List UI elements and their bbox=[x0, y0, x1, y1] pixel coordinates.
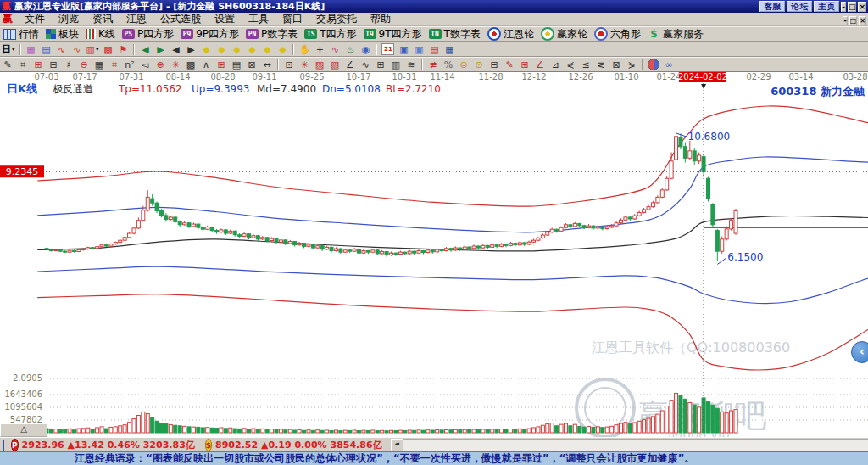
percent-tool-icon[interactable]: % bbox=[441, 59, 456, 71]
angle-up-icon[interactable]: ∧ bbox=[198, 59, 214, 71]
menu-设置[interactable]: 设置 bbox=[208, 12, 242, 26]
fan-tool-icon[interactable]: ⊿ bbox=[548, 59, 563, 71]
period-day-dropdown[interactable]: 日▾ bbox=[0, 43, 17, 56]
gann-diamond-3-button[interactable]: ◆ bbox=[229, 43, 244, 56]
quicklink-主页[interactable]: 主页 bbox=[814, 1, 839, 12]
kline-button[interactable]: K线 bbox=[82, 27, 119, 41]
grid-tool-3-icon[interactable]: ⊟ bbox=[46, 59, 61, 71]
gann-box-icon[interactable]: ⊞ bbox=[517, 59, 532, 71]
chart-area[interactable]: 江恩工具软件（QQ:100800360赢家聊吧liaoba.vip2.09051… bbox=[0, 71, 868, 438]
info-panel-icon[interactable]: ▤ bbox=[39, 43, 54, 56]
kline-chart[interactable]: 江恩工具软件（QQ:100800360赢家聊吧liaoba.vip2.09051… bbox=[0, 72, 868, 438]
flag-icon[interactable]: ⚑ bbox=[115, 43, 131, 56]
minus-box-icon[interactable]: ⊟ bbox=[487, 59, 502, 71]
wave-tool-button[interactable]: ♨ bbox=[342, 43, 358, 56]
gann-diamond-6-button[interactable]: ◆ bbox=[275, 43, 290, 56]
lines-tool-icon[interactable]: ≋ bbox=[403, 59, 419, 71]
menu-交易委托[interactable]: 交易委托 bbox=[309, 12, 364, 26]
gann-wheel-button[interactable]: 江恩轮 bbox=[484, 27, 537, 41]
t-square-button[interactable]: TST四方形 bbox=[301, 27, 359, 41]
star-tool-icon[interactable]: ✳ bbox=[168, 59, 183, 71]
stock-code-name-label[interactable]: 600318 新力金融 bbox=[771, 85, 865, 98]
menu-公式选股[interactable]: 公式选股 bbox=[153, 12, 208, 26]
t-number-table-button[interactable]: TNT数字表 bbox=[426, 27, 484, 41]
collapse-panel-button[interactable]: ‹ bbox=[851, 341, 868, 363]
scrollbar-track[interactable] bbox=[403, 439, 868, 451]
restore-button[interactable]: □ bbox=[848, 2, 857, 12]
quicklink-客服[interactable]: 客服 bbox=[760, 1, 785, 12]
monitor-2-button[interactable]: ▣ bbox=[411, 43, 426, 56]
menu-帮助[interactable]: 帮助 bbox=[364, 12, 398, 26]
mdi-restore-button[interactable]: □ bbox=[849, 16, 858, 25]
calendar-21-button[interactable]: 21 bbox=[380, 43, 396, 56]
circle-tool-icon[interactable]: ⊖ bbox=[76, 59, 92, 71]
p-square-button[interactable]: PSP四方形 bbox=[119, 27, 177, 41]
t9-square-button[interactable]: T99T四方形 bbox=[360, 27, 426, 41]
infinity-icon[interactable]: ∞ bbox=[661, 59, 676, 71]
trend-large-icon[interactable]: ∿ bbox=[70, 43, 85, 56]
angle-tool-icon[interactable]: ∠ bbox=[342, 59, 358, 71]
minimize-button[interactable]: - bbox=[841, 2, 846, 12]
dense-grid-icon[interactable]: ▦ bbox=[92, 59, 107, 71]
p-number-table-button[interactable]: PNP数字表 bbox=[242, 27, 301, 41]
cart-button[interactable]: ▦ bbox=[442, 43, 457, 56]
close-button[interactable]: × bbox=[858, 2, 866, 12]
first-bar-button[interactable]: ◀ bbox=[137, 43, 153, 56]
menu-窗口[interactable]: 窗口 bbox=[275, 12, 309, 26]
menu-资讯[interactable]: 资讯 bbox=[86, 12, 120, 26]
hand-tool-button[interactable]: ✋ bbox=[297, 43, 312, 56]
board-button[interactable]: ▤ bbox=[426, 43, 442, 56]
yinyang-icon[interactable] bbox=[646, 59, 661, 71]
chart-scrollbar[interactable]: ◄ ► bbox=[391, 440, 868, 451]
plus-circle-icon[interactable]: ⊕ bbox=[153, 59, 168, 71]
square-grid-icon[interactable]: ⊞ bbox=[214, 59, 229, 71]
rays-tool-icon[interactable]: ✳ bbox=[297, 59, 312, 71]
panel-grid-icon[interactable]: ▤ bbox=[229, 59, 244, 71]
levels-tool-icon[interactable]: ≢ bbox=[426, 59, 441, 71]
grid-tool-1-icon[interactable]: ⌗ bbox=[15, 59, 31, 71]
gann-diamond-4-button[interactable]: ◆ bbox=[244, 43, 259, 56]
monitor-1-button[interactable]: ▣ bbox=[396, 43, 411, 56]
winner-service-button[interactable]: $赢家服务 bbox=[644, 27, 707, 41]
target-tool-button[interactable]: ◉ bbox=[358, 43, 373, 56]
pen-tool-icon[interactable]: ✎ bbox=[0, 59, 15, 71]
slope4-tool-icon[interactable]: ⋟ bbox=[624, 59, 639, 71]
crosshair-tool-button[interactable]: + bbox=[312, 43, 327, 56]
gold-circle-icon[interactable]: ⊙ bbox=[471, 59, 487, 71]
expand-pane-button[interactable]: △ bbox=[0, 423, 47, 437]
grid-tool-2-icon[interactable]: ⊞ bbox=[31, 59, 46, 71]
market-grid-icon[interactable] bbox=[3, 440, 4, 451]
prev-bar-button[interactable]: ◀ bbox=[168, 43, 183, 56]
candle-style-dropdown[interactable]: ▥▾ bbox=[85, 43, 101, 56]
zigzag-tool-button[interactable]: ∿ bbox=[327, 43, 342, 56]
sz-index-quote[interactable]: 8902.52 ▲0.19 0.00% 3854.86亿 bbox=[215, 439, 382, 451]
pen2-tool-icon[interactable]: ✎ bbox=[502, 59, 517, 71]
cross-box-icon[interactable]: ⊠ bbox=[609, 59, 624, 71]
menu-浏览[interactable]: 浏览 bbox=[52, 12, 86, 26]
menu-文件[interactable]: 文件 bbox=[18, 12, 52, 26]
n2-tool-icon[interactable]: n² bbox=[122, 59, 137, 71]
last-bar-button[interactable]: ▶ bbox=[153, 43, 168, 56]
grid4-tool-icon[interactable]: ⊞ bbox=[373, 59, 388, 71]
hexagon-button[interactable]: 六角形 bbox=[591, 27, 644, 41]
gann-diamond-1-button[interactable]: ◆ bbox=[198, 43, 214, 56]
menu-江恩[interactable]: 江恩 bbox=[120, 12, 153, 26]
angle2-tool-icon[interactable]: ∠ bbox=[532, 59, 548, 71]
sh-index-quote[interactable]: 2923.96 ▲13.42 0.46% 3203.83亿 bbox=[22, 439, 195, 451]
percent-circle-icon[interactable]: ⊜ bbox=[456, 59, 471, 71]
bars-tool-icon[interactable]: ▥ bbox=[388, 59, 403, 71]
sharp-tool-icon[interactable]: ♯ bbox=[61, 59, 76, 71]
hatch-tool-2-icon[interactable]: ▧ bbox=[327, 59, 342, 71]
quotes-button[interactable]: 行情 bbox=[0, 27, 42, 41]
anchor-tool-icon[interactable]: ⊡ bbox=[281, 59, 297, 71]
next-bar-button[interactable]: ▶ bbox=[183, 43, 198, 56]
shade-grid-icon[interactable]: ▩ bbox=[183, 59, 198, 71]
winner-wheel-button[interactable]: 赢家轮 bbox=[537, 27, 591, 41]
trend-small-icon[interactable]: ∿ bbox=[54, 43, 70, 56]
sectors-button[interactable]: 板块 bbox=[42, 27, 82, 41]
pane-period-label[interactable]: 日K线 bbox=[7, 82, 37, 95]
slope2-tool-icon[interactable]: ≤ bbox=[578, 59, 593, 71]
p9-square-button[interactable]: P99P四方形 bbox=[177, 27, 242, 41]
mdi-close-button[interactable]: × bbox=[859, 16, 866, 25]
hash-tool-icon[interactable]: ⌗ bbox=[107, 59, 122, 71]
